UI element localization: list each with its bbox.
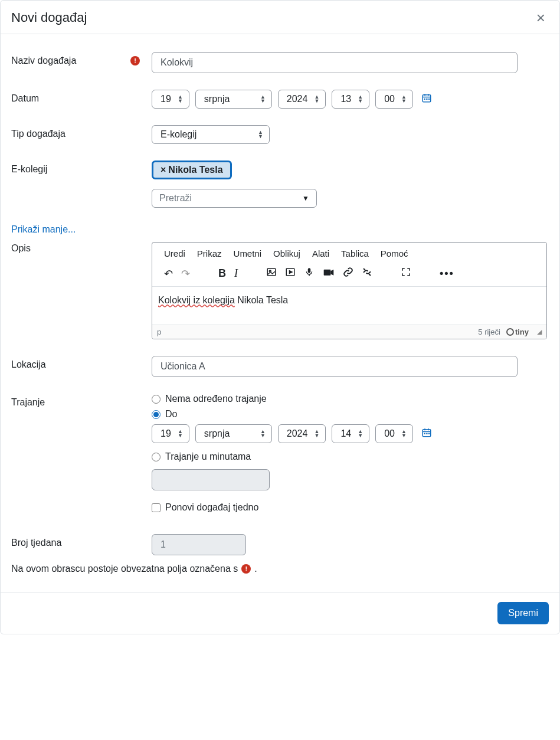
location-input[interactable] [152,356,518,377]
modal-header: Novi događaj × [1,1,559,34]
unlink-icon[interactable] [362,267,372,280]
word-count: 5 riječi [478,328,500,336]
toggle-less-link[interactable]: Prikaži manje... [11,224,76,235]
row-location: Lokacija [11,356,549,377]
date-month-select[interactable]: srpnja ▲▼ [195,90,272,109]
calendar-icon[interactable] [421,427,432,441]
caret-icon: ▲▼ [260,430,266,438]
weeks-input [152,534,246,555]
chip-label: Nikola Tesla [168,165,222,175]
duration-until-radio[interactable] [152,410,161,419]
editor-toolbar: ↶ ↷ B I [152,263,546,287]
calendar-icon[interactable] [421,93,432,106]
required-icon: ! [130,56,140,66]
svg-rect-5 [426,98,427,99]
caret-icon: ▲▼ [178,430,183,438]
caret-icon: ▲▼ [258,130,263,139]
svg-rect-4 [424,98,425,99]
caret-icon: ▲▼ [314,430,319,438]
search-placeholder: Pretraži [159,193,192,204]
duration-none-radio[interactable] [152,395,161,404]
italic-icon[interactable]: I [234,267,238,280]
duration-until-option[interactable]: Do [152,409,549,420]
save-button[interactable]: Spremi [497,602,549,624]
image-icon[interactable] [266,267,277,280]
label-description: Opis [11,242,152,254]
modal-body: Naziv događaja ! Datum 19 ▲▼ srpnja [1,34,559,592]
camera-icon[interactable] [323,267,335,280]
svg-rect-10 [308,268,311,273]
duration-none-option[interactable]: Nema određeno trajanje [152,394,549,404]
repeat-weekly-checkbox[interactable] [152,503,161,512]
menu-view[interactable]: Prikaz [197,248,222,258]
event-name-input[interactable] [152,52,518,73]
link-icon[interactable] [343,267,353,280]
menu-format[interactable]: Oblikuj [273,248,300,258]
date-hour-select[interactable]: 13 ▲▼ [332,90,369,109]
svg-rect-21 [428,433,430,434]
menu-insert[interactable]: Umetni [234,248,262,258]
row-event-name: Naziv događaja ! [11,52,549,73]
redo-icon[interactable]: ↷ [181,267,190,280]
resize-handle-icon[interactable]: ◢ [537,328,542,336]
caret-icon: ▲▼ [260,95,266,103]
event-type-select[interactable]: E-kolegij ▲▼ [152,125,270,144]
caret-icon: ▲▼ [401,430,407,438]
row-duration: Trajanje Nema određeno trajanje Do 19 ▲▼ [11,394,549,518]
label-date: Datum [11,90,152,104]
svg-line-13 [363,269,365,270]
until-day-select[interactable]: 19 ▲▼ [152,424,189,443]
duration-minutes-input [152,469,270,490]
date-year-select[interactable]: 2024 ▲▼ [278,90,326,109]
row-weeks: Broj tjedana [11,534,549,555]
label-course: E-kolegij [11,161,152,175]
caret-icon: ▲▼ [178,95,183,103]
until-year-select[interactable]: 2024 ▲▼ [278,424,326,443]
menu-help[interactable]: Pomoć [381,248,408,258]
until-hour-select[interactable]: 14 ▲▼ [332,424,369,443]
repeat-weekly-option[interactable]: Ponovi događaj tjedno [152,502,549,513]
label-location: Lokacija [11,356,152,370]
chip-remove-icon[interactable]: × [161,165,166,175]
microphone-icon[interactable] [304,267,315,280]
caret-icon: ▲▼ [401,95,407,103]
rich-text-editor: Uredi Prikaz Umetni Oblikuj Alati Tablic… [152,242,547,339]
svg-rect-6 [428,98,430,99]
label-event-type: Tip događaja [11,125,152,139]
video-icon[interactable] [285,267,296,280]
caret-icon: ▲▼ [314,95,319,103]
fullscreen-icon[interactable] [401,267,411,280]
row-description: Opis Uredi Prikaz Umetni Oblikuj Alati T… [11,242,549,339]
caret-icon: ▲▼ [358,430,363,438]
undo-icon[interactable]: ↶ [164,267,173,280]
event-modal: Novi događaj × Naziv događaja ! Datum [0,0,560,634]
editor-content[interactable]: Kolokvij iz kolegija Nikola Tesla [152,287,546,325]
until-minute-select[interactable]: 00 ▲▼ [375,424,413,443]
svg-rect-19 [424,433,425,434]
course-chip[interactable]: × Nikola Tesla [152,161,232,179]
menu-edit[interactable]: Uredi [164,248,185,258]
duration-until-datetime: 19 ▲▼ srpnja ▲▼ 2024 ▲▼ 14 ▲▼ [152,424,549,443]
editor-path: p [157,328,161,336]
bold-icon[interactable]: B [218,267,226,280]
date-day-select[interactable]: 19 ▲▼ [152,90,189,109]
svg-rect-12 [324,270,331,276]
duration-minutes-option[interactable]: Trajanje u minutama [152,451,549,462]
label-event-name: Naziv događaja ! [11,52,152,66]
label-weeks: Broj tjedana [11,534,152,548]
duration-minutes-radio[interactable] [152,453,161,461]
menu-tools[interactable]: Alati [312,248,329,258]
svg-line-14 [369,274,371,276]
course-search-combo[interactable]: Pretraži ▼ [152,189,317,208]
date-minute-select[interactable]: 00 ▲▼ [375,90,413,109]
modal-footer: Spremi [1,592,559,634]
until-month-select[interactable]: srpnja ▲▼ [195,424,272,443]
tiny-logo: tiny [506,328,529,336]
editor-statusbar: p 5 riječi tiny ◢ [152,325,546,339]
close-button[interactable]: × [534,10,548,25]
row-event-type: Tip događaja E-kolegij ▲▼ [11,125,549,144]
more-icon[interactable]: ••• [440,267,454,280]
menu-table[interactable]: Tablica [341,248,369,258]
row-course: E-kolegij × Nikola Tesla Pretraži ▼ [11,161,549,208]
label-duration: Trajanje [11,394,152,408]
